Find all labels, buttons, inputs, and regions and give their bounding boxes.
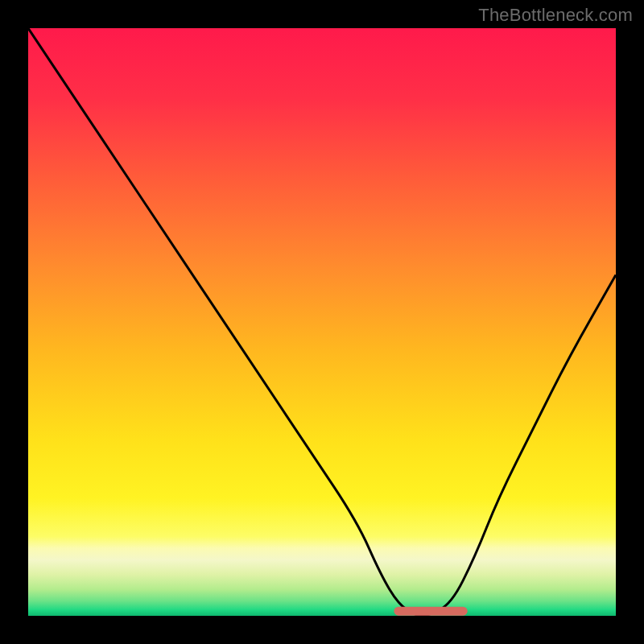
- svg-rect-0: [28, 28, 616, 616]
- watermark-text: TheBottleneck.com: [478, 5, 633, 26]
- chart-frame: TheBottleneck.com: [0, 0, 644, 644]
- background-gradient: [28, 28, 616, 616]
- plot-area: [28, 28, 616, 616]
